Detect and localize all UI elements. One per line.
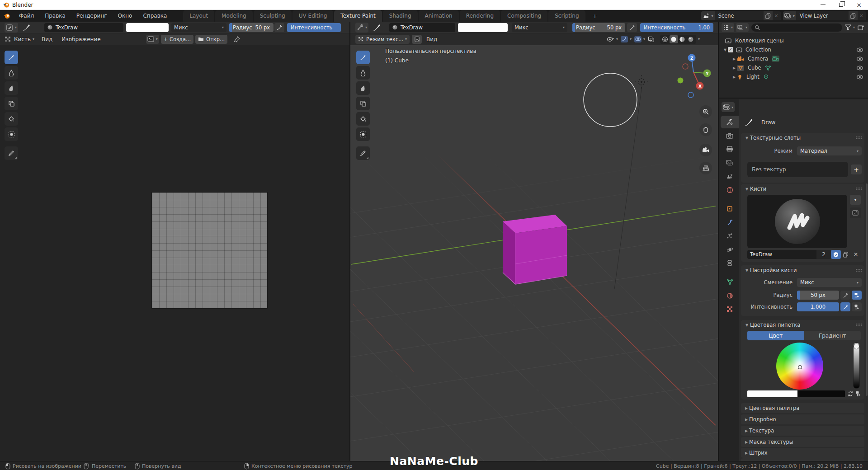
grip-icon[interactable] xyxy=(855,323,862,327)
radius-slider[interactable]: Радиус 50 px xyxy=(229,23,274,32)
brush-icon[interactable] xyxy=(22,23,32,32)
menu-file[interactable]: Файл xyxy=(14,10,39,22)
radius-pressure-icon[interactable] xyxy=(840,291,850,300)
tab-layout[interactable]: Layout xyxy=(183,10,214,22)
panel-color-picker-header[interactable]: ▼Цветовая пипетка xyxy=(741,320,864,330)
add-workspace-button[interactable]: + xyxy=(586,10,604,22)
tab-tool[interactable] xyxy=(721,116,739,128)
vp-blend-mode-dropdown[interactable]: Микс▾ xyxy=(512,23,567,32)
pin-icon[interactable] xyxy=(234,36,240,42)
gizmos-toggle[interactable]: ▾ xyxy=(621,36,632,42)
tool-clone-button[interactable] xyxy=(5,97,18,110)
image-new-button[interactable]: + Созда... xyxy=(161,35,193,44)
tab-modeling[interactable]: Modeling xyxy=(215,10,253,22)
tab-render[interactable] xyxy=(721,129,739,142)
menu-edit[interactable]: Правка xyxy=(39,10,71,22)
picker-tablet-icon[interactable] xyxy=(855,391,861,397)
tab-output[interactable] xyxy=(721,143,739,155)
scene-selector[interactable]: ▾ Scene ✕ xyxy=(701,11,781,20)
overlays-toggle[interactable]: ▾ xyxy=(634,36,645,42)
outliner-search[interactable] xyxy=(751,24,842,32)
panel-stroke-collapsed[interactable]: ▶Штрих xyxy=(741,448,864,458)
panel-brush-settings-header[interactable]: ▼Настройки кисти xyxy=(741,265,864,275)
vp-tool-annotate-button[interactable] xyxy=(356,146,370,160)
mesh-data-icon[interactable] xyxy=(765,65,771,71)
tool-annotate-button[interactable] xyxy=(5,146,18,160)
tab-modifiers[interactable] xyxy=(721,216,739,229)
mode-dropdown[interactable]: Режим текс...▾ xyxy=(355,35,410,44)
restore-button[interactable] xyxy=(832,0,850,9)
brush-select-dropdown[interactable]: ▾ xyxy=(850,195,861,205)
radius-unified-toggle[interactable] xyxy=(852,291,862,300)
hide-eye-icon[interactable] xyxy=(856,75,863,80)
shading-wireframe-button[interactable] xyxy=(661,35,670,43)
zoom-button[interactable] xyxy=(699,105,712,118)
stencil-image-icon[interactable] xyxy=(412,35,422,44)
add-texture-slot-button[interactable]: + xyxy=(851,164,862,174)
panel-brushes-header[interactable]: ▼Кисти xyxy=(741,184,864,194)
collection-checkbox[interactable]: ✓ xyxy=(728,47,733,52)
properties-editor-type-dropdown[interactable]: ▾ xyxy=(722,102,735,112)
outliner-filter-dropdown[interactable]: ▾ xyxy=(736,23,749,32)
menu-help[interactable]: Справка xyxy=(137,10,172,22)
object-visibility-dropdown[interactable]: ▾ xyxy=(607,37,618,42)
hide-eye-icon[interactable] xyxy=(856,56,863,61)
brush-fake-user-toggle[interactable] xyxy=(831,250,841,259)
primary-color-swatch[interactable] xyxy=(747,390,797,397)
tab-material[interactable] xyxy=(721,289,739,302)
radius-pressure-icon[interactable] xyxy=(274,23,284,32)
texture-grid-image[interactable] xyxy=(151,192,268,309)
vp-tool-mask-button[interactable] xyxy=(356,127,370,141)
texture-slots-empty-list[interactable]: Без текстур xyxy=(747,162,848,177)
vp-tool-draw-button[interactable] xyxy=(356,51,370,64)
new-collection-icon[interactable] xyxy=(858,24,864,31)
tab-texture[interactable] xyxy=(721,303,739,315)
shading-solid-button[interactable] xyxy=(670,35,678,43)
strength-unified-toggle[interactable] xyxy=(852,302,862,311)
outliner-display-mode-dropdown[interactable]: ▾ xyxy=(722,23,734,32)
image-open-button[interactable]: Откр... xyxy=(195,35,227,44)
tab-shading[interactable]: Shading xyxy=(383,10,418,22)
tab-object-data[interactable] xyxy=(721,276,739,288)
brush-copy-icon[interactable] xyxy=(841,250,851,259)
expand-icon[interactable]: ▶ xyxy=(731,66,737,70)
outliner-row-cube[interactable]: ▶ Cube xyxy=(719,63,868,72)
pan-hand-button[interactable] xyxy=(699,123,712,136)
outliner-row-collection[interactable]: ▼ ✓ Collection xyxy=(719,45,868,54)
view-layer-copy-icon[interactable] xyxy=(849,11,858,20)
panel-texture-mask-collapsed[interactable]: ▶Маска текстуры xyxy=(741,437,864,447)
expand-icon[interactable]: ▼ xyxy=(722,48,728,52)
viewport-canvas[interactable]: Z Y X Пользовательская перспектива (1) C… xyxy=(350,45,718,461)
strength-pressure-icon[interactable] xyxy=(840,302,850,311)
vp-paint-color-swatch[interactable] xyxy=(458,23,508,32)
vp-brush-datablock[interactable]: TexDraw xyxy=(389,23,455,32)
tab-particles[interactable] xyxy=(721,230,739,242)
value-slider-handle[interactable] xyxy=(854,343,859,349)
image-browse-dropdown[interactable]: ▾ xyxy=(146,35,159,44)
grip-icon[interactable] xyxy=(855,268,862,272)
filter-funnel-chevron[interactable]: ▾ xyxy=(853,25,855,29)
vp-tool-soften-button[interactable] xyxy=(356,66,370,80)
tool-mask-button[interactable] xyxy=(5,127,18,141)
brush-datablock[interactable]: TexDraw xyxy=(44,23,123,32)
tab-scripting[interactable]: Scripting xyxy=(548,10,585,22)
vp-strength-slider[interactable]: Интенсивность 1.00 xyxy=(640,23,713,32)
tab-texture-paint[interactable]: Texture Paint xyxy=(334,10,382,22)
panel-color-palette-collapsed[interactable]: ▶Цветовая палитра xyxy=(741,403,864,413)
color-wheel-cursor[interactable] xyxy=(798,365,802,369)
panel-texture-collapsed[interactable]: ▶Текстура xyxy=(741,426,864,436)
scene-icon[interactable]: ▾ xyxy=(701,11,715,20)
filter-funnel-icon[interactable] xyxy=(845,24,851,30)
editor-type-icon[interactable] xyxy=(5,36,11,42)
brush-preview[interactable] xyxy=(747,195,847,248)
tab-world[interactable] xyxy=(721,183,739,196)
tab-sculpting[interactable]: Sculpting xyxy=(254,10,292,22)
vp-menu-view[interactable]: Вид xyxy=(422,36,442,42)
xray-toggle[interactable] xyxy=(648,36,655,42)
outliner-scene-collection[interactable]: Коллекция сцены xyxy=(719,36,868,45)
image-editor-canvas[interactable] xyxy=(0,45,349,461)
camera-view-button[interactable] xyxy=(699,144,712,156)
shading-dropdown-icon[interactable]: ▾ xyxy=(698,37,700,41)
menu-window[interactable]: Окно xyxy=(113,10,138,22)
vp-active-tool-button[interactable]: ▾ xyxy=(355,23,368,33)
